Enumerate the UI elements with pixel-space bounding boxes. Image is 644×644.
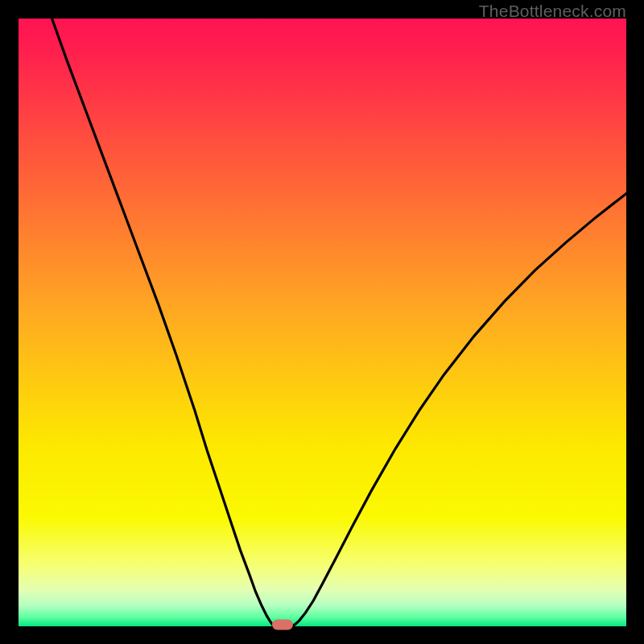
gradient-background: [19, 19, 626, 626]
watermark-text: TheBottleneck.com: [479, 2, 626, 21]
bottleneck-chart: [19, 19, 626, 626]
optimal-point-marker: [272, 619, 293, 630]
chart-frame: [19, 19, 626, 626]
